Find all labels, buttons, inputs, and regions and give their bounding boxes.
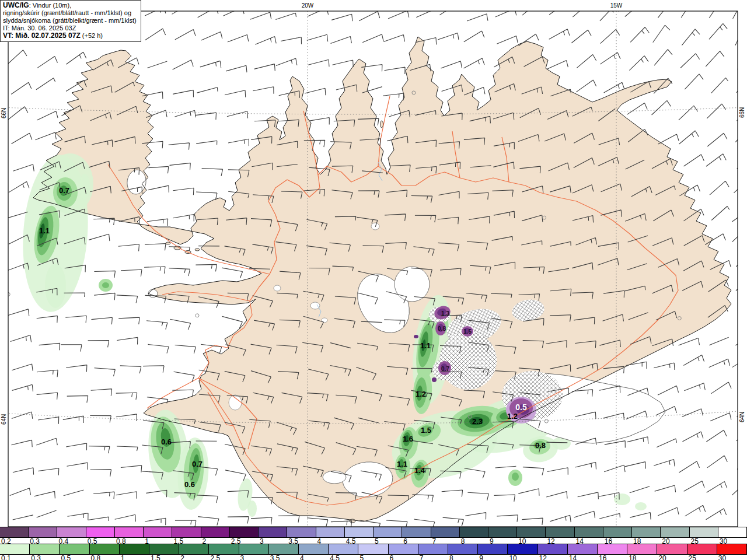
legend-segment bbox=[598, 544, 627, 554]
legend-segment bbox=[149, 544, 179, 554]
rain-value-label: 0.6 bbox=[184, 480, 195, 489]
legend-tick-label: 16 bbox=[599, 554, 606, 560]
legend-segment bbox=[627, 544, 657, 554]
legend-segment bbox=[60, 544, 89, 554]
legend-segment bbox=[115, 527, 144, 537]
legend-segment bbox=[239, 544, 269, 554]
legend-segment bbox=[517, 527, 546, 537]
legend-tick-label: 7 bbox=[420, 554, 424, 560]
legend-segment bbox=[568, 544, 598, 554]
legend-tick-label: 2 bbox=[180, 554, 184, 560]
sleet-value-label: 0.7 bbox=[441, 366, 449, 372]
legend-tick-label: 0.5 bbox=[61, 554, 71, 560]
legend-segment bbox=[418, 544, 448, 554]
legend-segment bbox=[661, 527, 689, 537]
legend-segment bbox=[575, 527, 603, 537]
rain-blob bbox=[247, 501, 257, 517]
legend-segment bbox=[374, 527, 402, 537]
title-line-3: slydda/snjókoma (grátt/bleikt/grænt - mm… bbox=[3, 17, 138, 24]
legend-segment bbox=[201, 527, 230, 537]
rain-value-label: 1.6 bbox=[403, 435, 413, 443]
legend-tick-label: 9 bbox=[479, 554, 483, 560]
rain-value-label: 1.1 bbox=[39, 226, 50, 235]
rain-value-label: 1.1 bbox=[420, 341, 431, 350]
legend-segment bbox=[657, 544, 687, 554]
lake bbox=[274, 285, 281, 291]
glacier bbox=[395, 267, 430, 302]
rain-value-label: 0.7 bbox=[192, 460, 203, 468]
legend-tick-label: 30 bbox=[718, 554, 726, 560]
legend-tick-label: 18 bbox=[629, 554, 636, 560]
legend-tick-label: 14 bbox=[569, 554, 577, 560]
legend-segment bbox=[687, 544, 717, 554]
legend-segment bbox=[287, 527, 316, 537]
legend-segment bbox=[488, 527, 517, 537]
legend-segment bbox=[358, 544, 388, 554]
legend-segment bbox=[259, 527, 287, 537]
rain-value-label: 1.4 bbox=[414, 466, 425, 475]
rain-value-label: 0.8 bbox=[535, 441, 546, 450]
legend-tick-label: 4 bbox=[300, 554, 304, 560]
legend-tick-label: 12 bbox=[539, 554, 547, 560]
legend-segment bbox=[0, 527, 29, 537]
legend-segment bbox=[230, 527, 259, 537]
legend-segment bbox=[718, 527, 747, 537]
legend-tick-label: 1.5 bbox=[151, 554, 160, 560]
legend-segment bbox=[144, 527, 172, 537]
legend-segment bbox=[269, 544, 299, 554]
sleet-colorbar bbox=[0, 527, 747, 538]
rain-colorbar-ticks: 0.10.30.50.811.522.533.544.5567891012141… bbox=[0, 555, 747, 560]
legend-tick-label: 2.5 bbox=[210, 554, 220, 560]
legend-segment bbox=[546, 527, 574, 537]
legend-tick-label: 8 bbox=[449, 554, 453, 560]
legend-segment bbox=[508, 544, 537, 554]
legend-segment bbox=[172, 527, 201, 537]
legend-tick-label: 6 bbox=[390, 554, 394, 560]
legend-segment bbox=[603, 527, 632, 537]
rain-value-label: 1.1 bbox=[397, 460, 407, 468]
weather-map-page: 0.71.10.60.70.61.11.21.51.61.11.42.31.20… bbox=[0, 0, 747, 560]
map-canvas: 0.71.10.60.70.61.11.21.51.61.11.42.31.20… bbox=[0, 0, 747, 527]
legend-segment bbox=[29, 527, 57, 537]
legend-segment bbox=[179, 544, 209, 554]
legend-tick-label: 25 bbox=[689, 554, 696, 560]
latitude-label: 66N bbox=[1, 108, 7, 118]
legend-tick-label: 10 bbox=[509, 554, 516, 560]
lake bbox=[310, 302, 320, 309]
legend-tick-label: 3 bbox=[240, 554, 245, 560]
longitude-label: 15W bbox=[610, 2, 623, 9]
sleet-value-label: 0.8 bbox=[438, 326, 446, 332]
legend-tick-label: 0.1 bbox=[1, 554, 11, 560]
legend-segment bbox=[448, 544, 478, 554]
map-title-box: UWC/IG: Vindur (10m), rigning/skúrir (gr… bbox=[0, 0, 141, 42]
legend-segment bbox=[86, 527, 115, 537]
valid-time: VT: Mið. 02.07.2025 07Z (+52 h) bbox=[3, 32, 138, 40]
rain-value-label: 0.7 bbox=[59, 186, 69, 195]
sleet-blob bbox=[414, 335, 418, 338]
legend-segment bbox=[120, 544, 149, 554]
sleet-value-label: 1.5 bbox=[463, 328, 472, 335]
legend-segment bbox=[538, 544, 568, 554]
legend-segment bbox=[460, 527, 488, 537]
rain-blob bbox=[635, 502, 647, 510]
title-line-2: rigning/skúrir (grænt/blátt/rautt - mm/1… bbox=[3, 9, 138, 17]
product-code: UWC/IG bbox=[3, 1, 29, 9]
island bbox=[166, 242, 170, 244]
legend-tick-label: 20 bbox=[658, 554, 666, 560]
legend-colorbars: 0.20.30.40.50.811.522.533.544.5567891012… bbox=[0, 527, 747, 560]
sleet-colorbar-ticks: 0.20.30.40.50.811.522.533.544.5567891012… bbox=[0, 538, 747, 544]
rain-value-label: 1.5 bbox=[421, 426, 431, 435]
rain-colorbar bbox=[0, 544, 747, 555]
legend-segment bbox=[717, 544, 747, 554]
latitude-label: 64N bbox=[739, 412, 745, 422]
title-line-1: UWC/IG: Vindur (10m), bbox=[3, 2, 138, 9]
legend-segment bbox=[389, 544, 418, 554]
longitude-label: 20W bbox=[302, 2, 314, 9]
legend-segment bbox=[316, 527, 345, 537]
rain-value-label: 0.6 bbox=[161, 438, 172, 446]
legend-tick-label: 0.3 bbox=[31, 554, 41, 560]
legend-segment bbox=[90, 544, 120, 554]
legend-tick-label: 5 bbox=[359, 554, 364, 560]
legend-segment bbox=[209, 544, 239, 554]
legend-segment bbox=[431, 527, 460, 537]
